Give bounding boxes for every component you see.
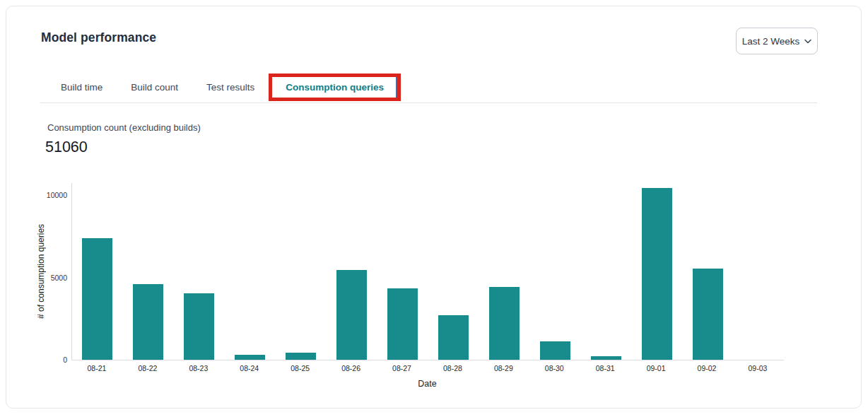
- x-tick-label: 08-26: [326, 364, 377, 372]
- bar-09-02[interactable]: [693, 269, 723, 360]
- x-tick-label: 09-01: [631, 364, 681, 372]
- bar-09-01[interactable]: [642, 188, 672, 360]
- x-axis-label: Date: [71, 379, 783, 389]
- bar-slot-08-30: [529, 183, 580, 360]
- x-tick-label: 08-27: [377, 364, 428, 372]
- bar-slot-08-23: [174, 183, 225, 360]
- x-tick-label: 08-25: [275, 364, 326, 372]
- x-tick-label: 08-31: [580, 364, 631, 372]
- page-title: Model performance: [41, 30, 156, 45]
- bar-08-24[interactable]: [235, 355, 265, 360]
- x-tick-label: 08-22: [122, 364, 173, 372]
- x-tick-label: 08-28: [427, 364, 478, 372]
- bar-slot-09-03: [733, 183, 784, 360]
- tab-bar: Build time Build count Test results Cons…: [47, 74, 401, 101]
- tab-label: Build time: [61, 82, 102, 93]
- bar-08-29[interactable]: [489, 287, 520, 360]
- bar-slot-08-22: [123, 183, 174, 360]
- x-axis-ticks: 08-2108-2208-2308-2408-2508-2608-2708-28…: [71, 364, 783, 372]
- bar-slot-08-26: [327, 183, 377, 360]
- bar-08-30[interactable]: [540, 341, 570, 360]
- y-tick-label: 10000: [47, 190, 67, 200]
- y-tick-label: 5000: [51, 273, 67, 283]
- tab-test-results[interactable]: Test results: [192, 74, 269, 101]
- bar-slot-08-28: [428, 183, 479, 360]
- model-performance-card: Model performance Last 2 Weeks Build tim…: [6, 6, 862, 409]
- date-range-value: Last 2 Weeks: [742, 36, 800, 47]
- tab-label: Consumption queries: [286, 82, 384, 93]
- y-axis-ticks: 0500010000: [35, 183, 67, 360]
- bar-08-23[interactable]: [184, 293, 214, 360]
- x-tick-label: 08-21: [71, 364, 122, 372]
- bar-08-31[interactable]: [591, 356, 621, 360]
- bar-08-22[interactable]: [133, 284, 163, 360]
- bar-slot-08-31: [580, 183, 631, 360]
- bar-slot-08-25: [276, 183, 327, 360]
- metric-value: 51060: [45, 139, 88, 156]
- tabs-divider: [40, 102, 817, 103]
- y-tick-label: 0: [63, 355, 67, 365]
- consumption-queries-chart: [71, 183, 784, 360]
- tab-label: Build count: [131, 82, 178, 93]
- bar-08-26[interactable]: [336, 270, 367, 360]
- chevron-down-icon: [804, 39, 811, 44]
- bar-slot-08-27: [377, 183, 428, 360]
- bar-slot-08-21: [72, 183, 123, 360]
- metric-label: Consumption count (excluding builds): [47, 122, 201, 133]
- bar-slot-09-01: [631, 183, 682, 360]
- tab-label: Test results: [206, 82, 254, 93]
- x-tick-label: 09-02: [681, 364, 732, 372]
- tab-build-time[interactable]: Build time: [47, 74, 117, 101]
- bar-08-28[interactable]: [438, 315, 469, 360]
- x-tick-label: 08-29: [478, 364, 529, 372]
- x-tick-label: 08-24: [224, 364, 275, 372]
- bar-slot-09-02: [682, 183, 733, 360]
- x-tick-label: 09-03: [732, 364, 783, 372]
- bar-slot-08-24: [225, 183, 276, 360]
- tab-consumption-queries[interactable]: Consumption queries: [269, 74, 401, 101]
- bar-08-21[interactable]: [82, 238, 112, 360]
- tab-build-count[interactable]: Build count: [117, 74, 192, 101]
- date-range-dropdown[interactable]: Last 2 Weeks: [736, 28, 818, 54]
- bar-slot-08-29: [479, 183, 529, 360]
- bar-08-25[interactable]: [286, 353, 316, 360]
- x-tick-label: 08-30: [529, 364, 580, 372]
- bar-08-27[interactable]: [387, 288, 418, 360]
- x-tick-label: 08-23: [173, 364, 224, 372]
